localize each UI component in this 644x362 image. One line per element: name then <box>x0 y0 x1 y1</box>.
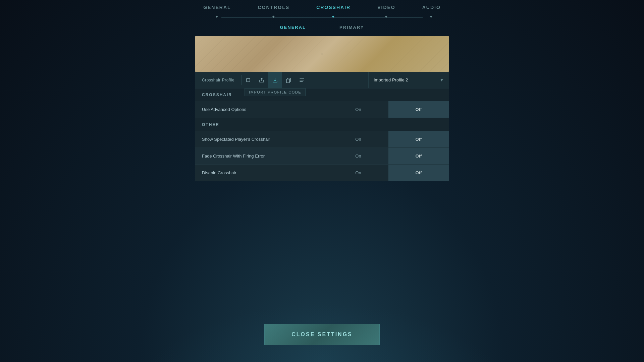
nav-item-video[interactable]: VIDEO <box>377 5 395 12</box>
sub-nav-general[interactable]: GENERAL <box>263 22 323 33</box>
nav-item-general[interactable]: GENERAL <box>203 5 231 12</box>
copy-icon <box>286 77 291 83</box>
share-profile-button[interactable] <box>255 72 268 88</box>
profile-dropdown[interactable]: Imported Profile 2 ▼ <box>368 72 449 88</box>
profile-label: Crosshair Profile <box>195 78 241 82</box>
profile-settings-button[interactable] <box>295 72 309 88</box>
share-icon <box>259 77 264 83</box>
crosshair-dot <box>322 54 323 55</box>
main-content: Crosshair Profile IMPORT PROFILE CODE <box>195 36 449 181</box>
disable-crosshair-off[interactable]: Off <box>388 165 449 181</box>
show-spectated-crosshair-on[interactable]: On <box>328 131 388 147</box>
fade-crosshair-on[interactable]: On <box>328 148 388 164</box>
dropdown-arrow-icon: ▼ <box>440 78 444 82</box>
crosshair-section-header: CROSSHAIR <box>195 88 449 101</box>
disable-crosshair-label: Disable Crosshair <box>195 170 328 175</box>
use-advanced-options-label: Use Advanced Options <box>195 107 328 112</box>
other-section-header: OTHER <box>195 118 449 131</box>
use-advanced-options-off[interactable]: Off <box>388 101 449 118</box>
fade-crosshair-row: Fade Crosshair With Firing Error On Off <box>195 148 449 165</box>
close-settings-button[interactable]: CLOSE SETTINGS <box>264 324 380 345</box>
import-profile-button[interactable] <box>268 72 282 88</box>
nav-item-audio[interactable]: AUDIO <box>422 5 441 12</box>
selected-profile-name: Imported Profile 2 <box>374 77 436 82</box>
nav-item-crosshair[interactable]: CROSSHAIR <box>316 5 351 12</box>
fade-crosshair-label: Fade Crosshair With Firing Error <box>195 154 328 159</box>
show-spectated-crosshair-off[interactable]: Off <box>388 131 449 147</box>
settings-sections: CROSSHAIR Use Advanced Options On Off OT… <box>195 88 449 181</box>
disable-crosshair-row: Disable Crosshair On Off <box>195 165 449 181</box>
nav-line <box>221 17 423 18</box>
use-advanced-options-row: Use Advanced Options On Off <box>195 101 449 118</box>
fade-crosshair-off[interactable]: Off <box>388 148 449 164</box>
nav-item-controls[interactable]: CONTROLS <box>258 5 290 12</box>
import-tooltip: IMPORT PROFILE CODE <box>245 88 306 96</box>
svg-rect-0 <box>247 78 250 82</box>
sub-navigation: GENERAL PRIMARY <box>0 22 644 33</box>
reset-profile-button[interactable] <box>241 72 255 88</box>
reset-icon <box>246 77 251 83</box>
disable-crosshair-on[interactable]: On <box>328 165 388 181</box>
svg-rect-2 <box>286 79 289 83</box>
profile-settings-icon <box>299 77 305 83</box>
sub-nav-primary[interactable]: PRIMARY <box>323 22 381 33</box>
show-spectated-crosshair-row: Show Spectated Player's Crosshair On Off <box>195 131 449 148</box>
show-spectated-crosshair-label: Show Spectated Player's Crosshair <box>195 137 328 142</box>
copy-profile-button[interactable] <box>282 72 295 88</box>
use-advanced-options-on[interactable]: On <box>328 101 388 118</box>
top-navigation: GENERAL CONTROLS CROSSHAIR VIDEO AUDIO <box>0 0 644 12</box>
import-icon <box>272 77 278 83</box>
close-settings-container: CLOSE SETTINGS <box>264 324 380 345</box>
profile-bar: Crosshair Profile IMPORT PROFILE CODE <box>195 72 449 88</box>
crosshair-preview <box>195 36 449 72</box>
import-tooltip-container: IMPORT PROFILE CODE <box>268 72 282 88</box>
